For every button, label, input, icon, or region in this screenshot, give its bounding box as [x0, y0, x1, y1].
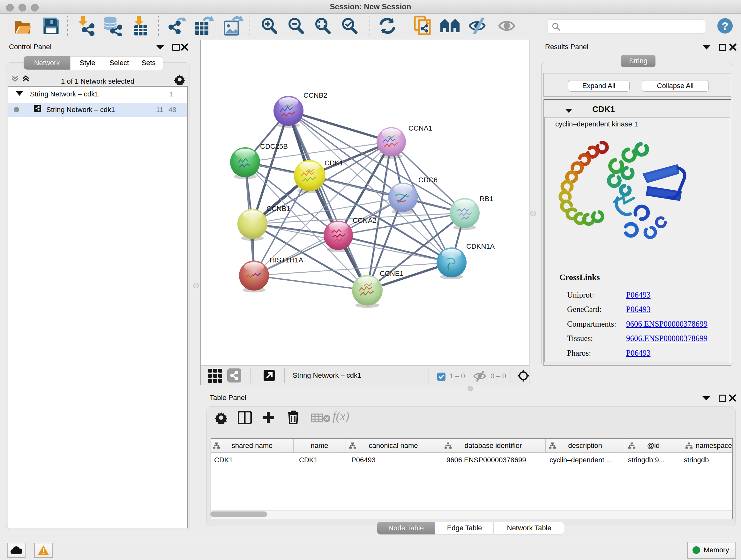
- svg-text:CDKN1A: CDKN1A: [466, 242, 495, 250]
- svg-text:RB1: RB1: [480, 195, 493, 203]
- svg-text:CCNB1: CCNB1: [266, 205, 290, 212]
- svg-text:CDC25B: CDC25B: [260, 142, 288, 150]
- svg-text:CCNA1: CCNA1: [408, 124, 432, 132]
- svg-text:CDC6: CDC6: [418, 176, 437, 184]
- svg-text:CCNE1: CCNE1: [380, 269, 404, 277]
- svg-text:CCNB2: CCNB2: [304, 91, 327, 99]
- svg-text:HIST1H1A: HIST1H1A: [270, 256, 303, 264]
- svg-text:CDK1: CDK1: [325, 159, 343, 167]
- svg-text:CCNA2: CCNA2: [353, 216, 377, 225]
